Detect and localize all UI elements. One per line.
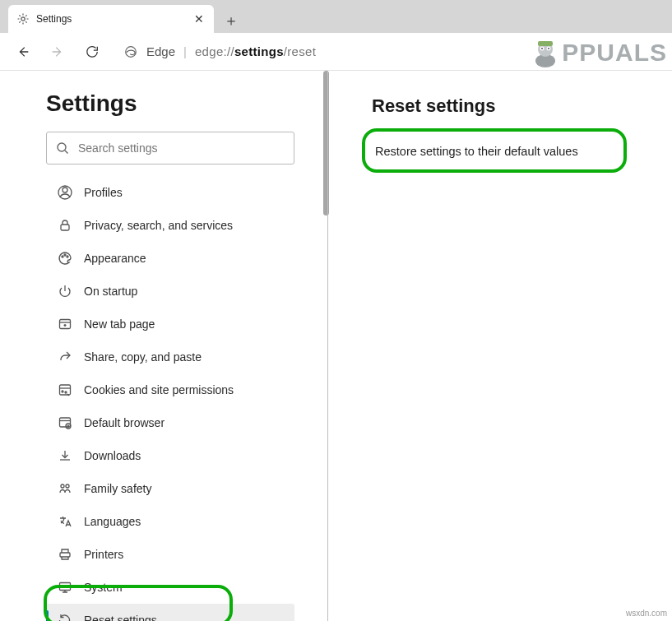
toolbar: Edge | edge://settings/reset (0, 33, 672, 71)
svg-point-0 (21, 17, 25, 21)
svg-point-15 (61, 484, 64, 488)
sidebar-item-label: Appearance (84, 252, 146, 265)
sidebar-item-label: New tab page (84, 317, 155, 331)
profile-icon (58, 185, 72, 200)
appearance-icon (58, 251, 72, 266)
gear-icon (16, 12, 30, 25)
search-icon (56, 141, 69, 155)
sidebar-item-default-browser[interactable]: Default browser (46, 406, 294, 439)
svg-rect-5 (61, 225, 69, 230)
search-wrapper (46, 132, 294, 165)
sidebar-item-privacy-search-and-services[interactable]: Privacy, search, and services (46, 209, 294, 242)
sidebar-item-label: Printers (84, 548, 123, 561)
printer-icon (58, 547, 72, 562)
sidebar-item-downloads[interactable]: Downloads (46, 439, 294, 472)
sidebar-item-appearance[interactable]: Appearance (46, 242, 294, 275)
sidebar-item-on-startup[interactable]: On startup (46, 275, 294, 308)
address-label: Edge (146, 44, 175, 58)
browser-tab[interactable]: Settings ✕ (8, 5, 214, 33)
sidebar-item-label: Downloads (84, 449, 141, 462)
power-icon (58, 284, 72, 299)
sidebar-item-reset-settings[interactable]: Reset settings (46, 604, 294, 621)
address-separator: | (183, 44, 187, 58)
svg-point-16 (66, 484, 69, 488)
sidebar-item-label: Profiles (84, 186, 123, 199)
svg-point-2 (58, 143, 66, 151)
back-button[interactable] (8, 37, 38, 67)
search-input[interactable] (46, 132, 294, 165)
address-bar[interactable]: Edge | edge://settings/reset (123, 44, 316, 59)
titlebar: Settings ✕ ＋ (0, 0, 672, 33)
sidebar-item-family-safety[interactable]: Family safety (46, 472, 294, 505)
sidebar-item-label: Reset settings (84, 614, 157, 621)
sidebar-item-label: Privacy, search, and services (84, 219, 233, 232)
cookies-icon (58, 382, 72, 397)
svg-point-3 (63, 188, 67, 192)
content-area: Settings ProfilesPrivacy, search, and se… (0, 71, 672, 621)
sidebar-item-label: Languages (84, 515, 141, 528)
svg-rect-17 (60, 553, 70, 557)
svg-point-6 (62, 256, 63, 257)
restore-defaults-button[interactable]: Restore settings to their default values (372, 135, 635, 168)
reset-icon (58, 613, 72, 621)
main-heading: Reset settings (372, 95, 672, 117)
lock-icon (58, 218, 72, 233)
download-icon (58, 448, 72, 463)
svg-point-12 (65, 392, 67, 393)
svg-point-11 (62, 391, 63, 392)
svg-point-7 (64, 254, 66, 256)
main-panel: Reset settings Restore settings to their… (327, 71, 672, 621)
sidebar-item-label: On startup (84, 285, 137, 298)
sidebar-item-label: Cookies and site permissions (84, 383, 234, 396)
refresh-button[interactable] (77, 37, 107, 67)
sidebar-item-share-copy-and-paste[interactable]: Share, copy, and paste (46, 341, 294, 373)
defaultbrowser-icon (58, 415, 72, 430)
share-icon (58, 350, 72, 364)
tab-title: Settings (36, 13, 186, 25)
sidebar-item-printers[interactable]: Printers (46, 538, 294, 571)
sidebar-item-system[interactable]: System (46, 571, 294, 604)
sidebar-item-languages[interactable]: Languages (46, 505, 294, 538)
sidebar-item-cookies-and-site-permissions[interactable]: Cookies and site permissions (46, 373, 294, 406)
edge-logo-icon (123, 44, 138, 59)
address-url: edge://settings/reset (195, 44, 316, 58)
system-icon (58, 580, 72, 595)
family-icon (58, 481, 72, 496)
languages-icon (58, 514, 72, 529)
sidebar-item-label: Family safety (84, 482, 151, 495)
sidebar-item-label: Default browser (84, 416, 165, 429)
newtab-icon (58, 317, 72, 331)
sidebar-heading: Settings (46, 90, 327, 117)
tab-close-button[interactable]: ✕ (192, 12, 206, 25)
sidebar-item-new-tab-page[interactable]: New tab page (46, 308, 294, 341)
sidebar-item-label: Share, copy, and paste (84, 350, 202, 364)
svg-rect-18 (60, 583, 71, 591)
sidebar-item-profiles[interactable]: Profiles (46, 176, 294, 209)
sidebar-item-label: System (84, 581, 123, 594)
settings-sidebar: Settings ProfilesPrivacy, search, and se… (0, 71, 327, 621)
new-tab-button[interactable]: ＋ (219, 8, 243, 33)
forward-button[interactable] (43, 37, 72, 67)
svg-point-8 (67, 256, 68, 257)
sidebar-nav-list: ProfilesPrivacy, search, and servicesApp… (46, 176, 294, 621)
